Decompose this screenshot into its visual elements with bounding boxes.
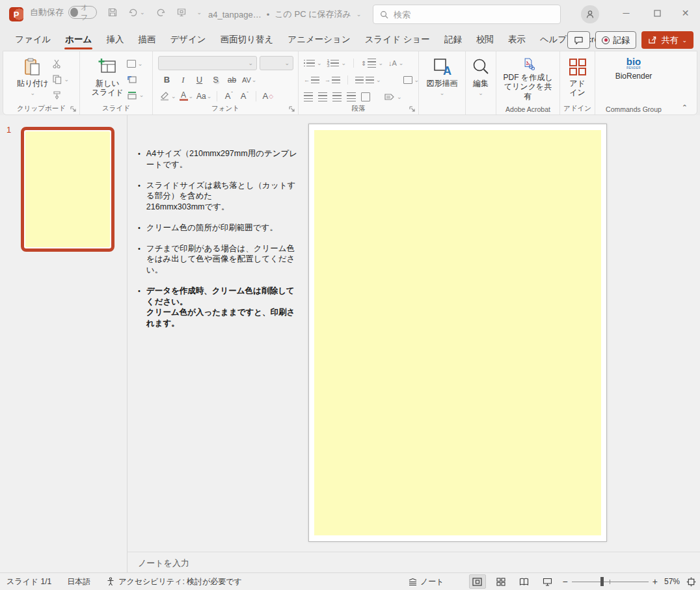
text-shadow-button[interactable]: S bbox=[209, 74, 222, 87]
new-slide-button[interactable]: 新しい スライド bbox=[88, 55, 127, 103]
slide-sorter-view-button[interactable] bbox=[492, 574, 509, 589]
slide-layout-button[interactable]: ⌄ bbox=[127, 58, 144, 70]
strikethrough-button[interactable]: ab bbox=[226, 74, 238, 87]
zoom-slider-handle[interactable] bbox=[600, 577, 604, 586]
tab-design[interactable]: デザイン bbox=[163, 29, 213, 51]
notes-placeholder[interactable]: ノートを入力 bbox=[138, 557, 189, 569]
account-avatar[interactable] bbox=[581, 5, 599, 23]
italic-button[interactable]: I bbox=[177, 74, 189, 87]
fit-to-window-icon[interactable] bbox=[686, 577, 696, 587]
cut-button[interactable] bbox=[52, 58, 70, 70]
tab-file[interactable]: ファイル bbox=[8, 29, 58, 51]
shrink-font-button[interactable]: Aˇ bbox=[238, 90, 250, 103]
customize-qat-button[interactable]: ⌄ bbox=[197, 9, 202, 16]
slideshow-view-button[interactable] bbox=[539, 574, 556, 589]
biorender-button[interactable]: bio RENDER BioRender bbox=[612, 55, 656, 103]
notes-pane[interactable]: ノートを入力 bbox=[128, 552, 700, 572]
tab-record[interactable]: 記録 bbox=[437, 29, 469, 51]
line-spacing-button[interactable]: ⇕⌄ bbox=[361, 57, 383, 69]
offslide-instructions-textbox[interactable]: •A4サイズ（210mmx297mm用のテンプレートです。 •スライドサイズは裁… bbox=[138, 148, 302, 339]
numbering-button[interactable]: 123⌄ bbox=[327, 57, 346, 69]
decrease-indent-button[interactable]: ← bbox=[304, 74, 319, 86]
drawing-button[interactable]: A 図形描画 ⌄ bbox=[424, 55, 461, 103]
search-input[interactable] bbox=[394, 10, 537, 20]
normal-view-button[interactable] bbox=[469, 574, 486, 589]
document-title[interactable]: a4_tanpage… • この PC に保存済み ⌄ bbox=[208, 8, 361, 20]
font-size-combobox[interactable]: ⌄ bbox=[260, 56, 293, 70]
tab-review[interactable]: 校閲 bbox=[469, 29, 501, 51]
align-right-button[interactable] bbox=[332, 91, 342, 103]
slide-thumbnail[interactable] bbox=[21, 127, 114, 252]
editing-button[interactable]: 編集 ⌄ bbox=[468, 55, 494, 103]
font-color-button[interactable]: A ⌄ bbox=[180, 90, 194, 103]
zoom-level[interactable]: 57% bbox=[664, 577, 680, 586]
bullets-button[interactable]: ⌄ bbox=[304, 57, 322, 69]
search-box[interactable] bbox=[373, 5, 561, 24]
columns-button[interactable]: ⌄ bbox=[355, 74, 381, 86]
shrink-font-glyph: A bbox=[241, 91, 247, 101]
change-case-button[interactable]: Aa ⌄ bbox=[196, 90, 211, 103]
comments-button[interactable] bbox=[567, 31, 590, 49]
zoom-slider[interactable]: − + bbox=[563, 576, 658, 587]
user-icon bbox=[585, 9, 595, 20]
font-name-combobox[interactable]: ⌄ bbox=[158, 56, 257, 70]
zoom-out-button[interactable]: − bbox=[563, 576, 568, 587]
zoom-in-button[interactable]: + bbox=[653, 576, 658, 587]
section-button[interactable]: ⌄ bbox=[127, 89, 144, 101]
close-button[interactable]: ✕ bbox=[671, 0, 700, 26]
copy-button[interactable]: ⌄ bbox=[52, 74, 70, 85]
underline-button[interactable]: U bbox=[193, 74, 206, 87]
editing-canvas[interactable]: •A4サイズ（210mmx297mm用のテンプレートです。 •スライドサイズは裁… bbox=[128, 115, 700, 552]
reading-view-button[interactable] bbox=[516, 574, 533, 589]
minimize-button[interactable]: ─ bbox=[612, 0, 641, 26]
redo-button[interactable] bbox=[155, 7, 166, 18]
create-pdf-share-link-button[interactable]: PDF を作成し てリンクを共有 bbox=[499, 55, 557, 103]
comment-icon bbox=[574, 36, 584, 45]
maximize-button[interactable] bbox=[643, 0, 672, 26]
record-button[interactable]: 記録 bbox=[595, 31, 636, 49]
autosave-toggle[interactable]: 自動保存 オフ bbox=[30, 6, 97, 19]
tab-draw[interactable]: 描画 bbox=[131, 29, 163, 51]
start-slideshow-button[interactable] bbox=[176, 7, 187, 18]
accessibility-status[interactable]: アクセシビリティ: 検討が必要です bbox=[106, 576, 242, 587]
collapse-ribbon-button[interactable]: ⌃ bbox=[682, 103, 688, 112]
reset-slide-button[interactable] bbox=[127, 74, 144, 85]
justify-button[interactable] bbox=[347, 91, 356, 103]
share-button[interactable]: 共有 ⌄ bbox=[641, 31, 693, 49]
slide-page[interactable] bbox=[308, 124, 607, 542]
clear-formatting-button[interactable]: A◇ bbox=[262, 90, 274, 103]
clipboard-dialog-launcher[interactable] bbox=[70, 106, 77, 113]
tab-view[interactable]: 表示 bbox=[501, 29, 533, 51]
tab-slideshow[interactable]: スライド ショー bbox=[358, 29, 437, 51]
language-indicator[interactable]: 日本語 bbox=[67, 576, 90, 587]
zoom-slider-track[interactable] bbox=[572, 577, 649, 586]
align-left-button[interactable] bbox=[304, 91, 313, 103]
tab-insert[interactable]: 挿入 bbox=[99, 29, 131, 51]
grow-font-button[interactable]: Aˆ bbox=[222, 90, 235, 103]
notes-toggle-button[interactable]: ノート bbox=[408, 576, 444, 587]
highlight-color-button[interactable]: ⌄ bbox=[159, 90, 176, 103]
paste-button[interactable]: 貼り付け ⌄ bbox=[14, 55, 52, 103]
tab-transitions[interactable]: 画面切り替え bbox=[213, 29, 281, 51]
align-text-button[interactable]: ⌄ bbox=[403, 74, 420, 86]
align-left-icon bbox=[304, 92, 313, 101]
save-button[interactable] bbox=[107, 7, 118, 18]
align-center-button[interactable] bbox=[318, 91, 327, 103]
convert-smartart-button[interactable]: ⌄ bbox=[384, 91, 402, 103]
addins-button[interactable]: アド イン bbox=[565, 55, 591, 103]
undo-button[interactable]: ⌄ bbox=[128, 7, 145, 18]
toggle-off-icon[interactable]: オフ bbox=[68, 6, 97, 19]
distribute-button[interactable] bbox=[361, 91, 370, 103]
paragraph-dialog-launcher[interactable] bbox=[409, 106, 416, 113]
align-center-icon bbox=[318, 92, 327, 101]
share-icon bbox=[648, 36, 657, 44]
font-dialog-launcher[interactable] bbox=[289, 106, 295, 113]
tab-animations[interactable]: アニメーション bbox=[280, 29, 357, 51]
bold-button[interactable]: B bbox=[161, 74, 173, 87]
increase-indent-button[interactable]: → bbox=[325, 74, 340, 86]
tab-home[interactable]: ホーム bbox=[58, 29, 99, 51]
format-painter-button[interactable] bbox=[52, 89, 70, 101]
slide-indicator[interactable]: スライド 1/1 bbox=[7, 576, 51, 587]
text-direction-button[interactable]: ↓A⌄ bbox=[388, 57, 403, 69]
character-spacing-button[interactable]: AV ⌄ bbox=[242, 74, 256, 87]
